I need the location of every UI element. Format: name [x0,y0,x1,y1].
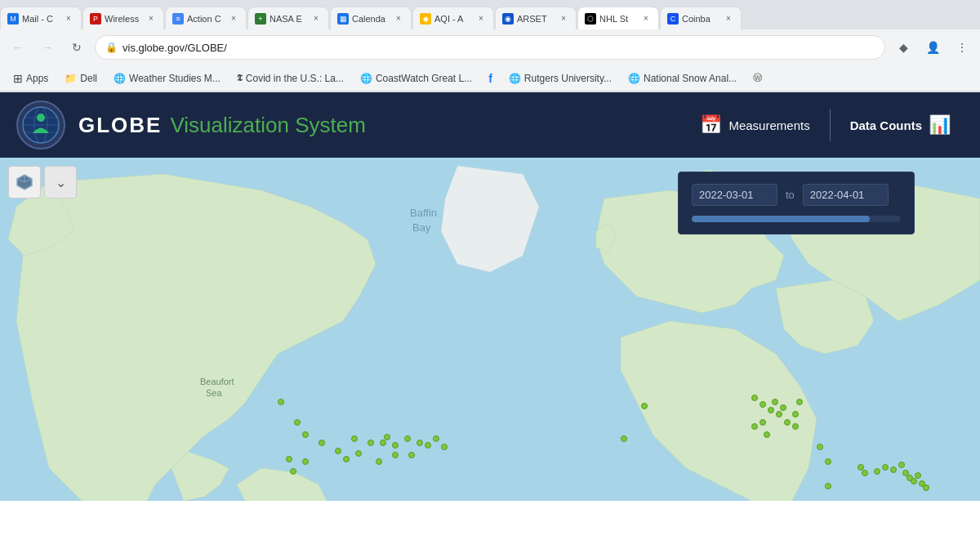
tab-nhl-icon: ⬡ [585,13,596,25]
menu-button[interactable]: ⋮ [951,36,973,59]
map-dot [384,434,390,440]
progress-bar-background[interactable] [692,216,901,222]
globe-logo-svg [20,105,61,145]
tab-action-close[interactable]: × [228,13,239,25]
tab-arset[interactable]: ◉ARSET× [495,7,577,29]
from-date-input[interactable] [692,184,777,206]
tab-arset-close[interactable]: × [558,13,569,25]
cube-button[interactable] [8,166,41,199]
tab-mail-title: Mail - C [22,14,60,24]
tab-action[interactable]: ≡Action C× [165,7,247,29]
facebook-icon: f [488,72,492,85]
measurements-button[interactable]: 📅 Measurements [687,108,822,142]
map-dot [825,483,831,489]
app-header: GLOBE Visualization System 📅 Measurement… [0,92,980,158]
data-counts-button[interactable]: Data Counts 📊 [837,108,964,142]
tab-mail-close[interactable]: × [63,13,74,25]
map-dot [355,450,362,457]
map-dot [343,456,350,462]
tab-wireless-close[interactable]: × [145,13,157,25]
map-dot [780,404,786,411]
address-bar-row: ← → ↻ 🔒 vis.globe.gov/GLOBE/ ◆ 👤 ⋮ [0,29,980,65]
map-dot [621,435,627,442]
map-dot [776,411,782,417]
map-dot [278,399,284,405]
tab-mail-icon: M [7,13,19,25]
tab-calendar[interactable]: ▦Calenda× [330,7,412,29]
bookmark-more[interactable]: Ⓦ [746,69,768,87]
progress-bar-fill [692,216,870,222]
bookmark-snow[interactable]: 🌐 National Snow Anal... [621,70,743,87]
map-dot [898,462,905,468]
tab-arset-icon: ◉ [502,13,514,25]
forward-button[interactable]: → [36,36,59,59]
tab-wireless-title: Wireless [105,14,142,24]
vis-title: Visualization System [170,113,365,138]
map-dot [915,472,921,479]
bookmark-dell[interactable]: 📁 Dell [58,70,104,87]
refresh-button[interactable]: ↻ [65,36,88,59]
tab-calendar-close[interactable]: × [393,13,404,25]
tab-nasa-title: NASA E [270,14,307,24]
map-dot [874,468,880,475]
map-dot [294,419,301,426]
map-dot [302,431,309,438]
map-dot [416,440,423,446]
svg-text:Sea: Sea [206,388,222,398]
tab-aqi-close[interactable]: × [475,13,487,25]
bookmark-apps[interactable]: ⊞ Apps [7,69,55,87]
date-panel: to [678,172,915,234]
map-dot [425,442,431,449]
coastwatch-icon: 🌐 [360,73,372,84]
map-dot [784,419,791,426]
svg-point-5 [37,114,45,122]
tab-coinbase[interactable]: CCoinba× [660,7,742,29]
map-dot [351,435,358,442]
bookmark-covid-label: Covid in the U.S.: La... [246,73,344,84]
tab-action-icon: ≡ [172,13,184,25]
header-right: 📅 Measurements Data Counts 📊 [687,108,964,142]
chevron-down-button[interactable]: ⌄ [44,166,77,199]
nyt-icon: 𝕿 [237,73,243,83]
map-dot [441,444,448,450]
tab-nasa[interactable]: +NASA E× [247,7,329,29]
tab-nasa-close[interactable]: × [310,13,322,25]
bookmark-rutgers-label: Rutgers University... [524,73,612,84]
tab-nhl[interactable]: ⬡NHL St× [577,7,659,29]
address-bar[interactable]: 🔒 vis.globe.gov/GLOBE/ [95,35,885,60]
profile-button[interactable]: 👤 [921,36,944,59]
chart-icon: 📊 [929,114,951,136]
map-dot [318,440,325,446]
tab-coinbase-close[interactable]: × [723,13,734,25]
to-date-input[interactable] [803,184,889,206]
bookmark-covid[interactable]: 𝕿 Covid in the U.S.: La... [230,70,350,87]
bookmark-rutgers[interactable]: 🌐 Rutgers University... [502,70,618,87]
tab-nhl-close[interactable]: × [640,13,652,25]
globe-logo [16,100,65,150]
bookmark-coastwatch[interactable]: 🌐 CoastWatch Great L... [354,70,479,87]
map-dot [404,435,411,442]
map-dot [768,407,774,413]
map-dot [825,458,831,465]
tab-coinbase-title: Coinba [682,14,719,24]
tab-mail[interactable]: MMail - C× [0,7,82,29]
bookmark-weather[interactable]: 🌐 Weather Studies M... [107,70,227,87]
tab-calendar-icon: ▦ [337,13,349,25]
extensions-button[interactable]: ◆ [892,36,915,59]
tab-bar: MMail - C×PWireless×≡Action C×+NASA E×▦C… [0,0,980,29]
globe-title: GLOBE [78,113,162,138]
map-dot [380,440,386,446]
tab-wireless[interactable]: PWireless× [82,7,164,29]
tab-aqi[interactable]: ◆AQI - A× [412,7,494,29]
tab-calendar-title: Calenda [352,14,390,24]
bookmarks-bar: ⊞ Apps 📁 Dell 🌐 Weather Studies M... 𝕿 C… [0,65,980,92]
map-dot [911,478,917,484]
more-bookmarks-icon: Ⓦ [753,72,762,84]
date-to-label: to [786,189,795,201]
tab-arset-title: ARSET [517,14,555,24]
bookmark-facebook[interactable]: f [482,69,499,87]
map-dot [796,399,803,405]
back-button[interactable]: ← [7,36,29,59]
folder-icon: 📁 [65,73,77,84]
tab-aqi-title: AQI - A [434,14,472,24]
